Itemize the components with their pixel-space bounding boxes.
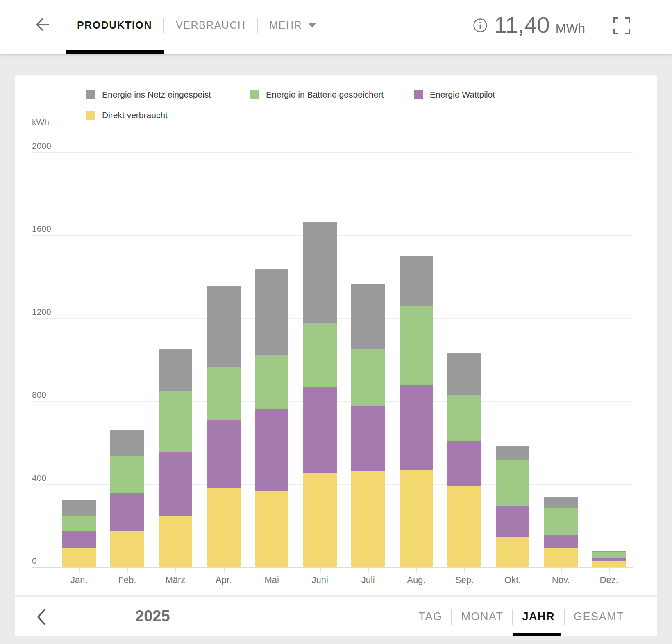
y-tick-label: 1200 [32, 307, 51, 317]
bar-segment[interactable] [207, 367, 241, 420]
bar-segment[interactable] [110, 493, 144, 531]
bar-segment[interactable] [400, 306, 433, 384]
range-tab-tag[interactable]: TAG [409, 610, 451, 623]
main-tabs: PRODUKTION VERBRAUCH MEHR [66, 0, 328, 50]
range-tab-monat[interactable]: MONAT [452, 610, 512, 623]
bar-segment[interactable] [303, 387, 337, 473]
x-tick-label: Juni [296, 575, 344, 585]
bar-slot-nov: Nov. [537, 152, 585, 567]
bar-slot-jan: Jan. [55, 152, 103, 567]
bar-segment[interactable] [447, 486, 481, 567]
bar-segment[interactable] [447, 395, 481, 442]
bar-segment[interactable] [303, 222, 337, 324]
legend-item-batterie[interactable]: Energie in Batterie gespeichert [250, 90, 414, 100]
y-tick-label: 1600 [32, 224, 51, 234]
tab-produktion[interactable]: PRODUKTION [66, 19, 163, 31]
x-tick-label: Nov. [537, 575, 585, 585]
bar-segment[interactable] [62, 516, 96, 531]
bar-segment[interactable] [255, 355, 288, 409]
bar-segment[interactable] [400, 470, 433, 567]
bar-segment[interactable] [110, 430, 144, 456]
tab-verbrauch[interactable]: VERBRAUCH [164, 19, 257, 31]
bar-segment[interactable] [110, 531, 144, 567]
x-tick-mark [561, 567, 562, 573]
bar-segment[interactable] [351, 349, 385, 406]
bar-segment[interactable] [544, 548, 578, 567]
bar-segment[interactable] [207, 420, 241, 488]
bar-segment[interactable] [255, 409, 288, 491]
bar-segment[interactable] [351, 471, 385, 567]
total-unit: MWh [556, 21, 585, 36]
bar-slot-feb: Feb. [103, 152, 152, 567]
bar-slot-mai: Mai [247, 152, 296, 567]
bars-container: Jan.Feb.MärzApr.MaiJuniJuliAug.Sep.Okt.N… [55, 152, 633, 567]
stacked-bar [159, 349, 192, 567]
legend-item-netz[interactable]: Energie ins Netz eingespeist [86, 90, 250, 100]
info-button[interactable] [473, 18, 488, 33]
legend-label: Energie in Batterie gespeichert [266, 90, 384, 100]
bar-segment[interactable] [62, 500, 96, 516]
stacked-bar [62, 500, 96, 567]
legend-item-direkt[interactable]: Direkt verbraucht [86, 110, 578, 120]
bar-segment[interactable] [496, 537, 529, 567]
bar-segment[interactable] [351, 284, 385, 349]
chevron-down-icon [308, 23, 317, 28]
back-arrow-icon [37, 19, 48, 30]
bar-segment[interactable] [159, 452, 192, 516]
x-tick-label: Feb. [103, 575, 152, 585]
tab-mehr[interactable]: MEHR [258, 19, 329, 31]
bar-segment[interactable] [592, 552, 626, 558]
bar-segment[interactable] [496, 460, 529, 506]
bar-segment[interactable] [110, 456, 144, 493]
fullscreen-button[interactable] [612, 16, 631, 35]
bar-segment[interactable] [544, 497, 578, 508]
x-tick-mark [272, 567, 272, 573]
bar-segment[interactable] [496, 506, 529, 537]
x-tick-mark [224, 567, 225, 573]
stacked-bar [592, 551, 626, 567]
bar-segment[interactable] [159, 349, 192, 391]
x-tick-mark [513, 567, 513, 573]
bar-segment[interactable] [159, 391, 192, 452]
bar-segment[interactable] [207, 488, 241, 567]
bar-segment[interactable] [62, 548, 96, 567]
bar-segment[interactable] [159, 516, 192, 567]
bar-segment[interactable] [207, 286, 241, 366]
bar-segment[interactable] [255, 491, 288, 567]
bar-segment[interactable] [255, 269, 288, 355]
previous-period-button[interactable] [33, 607, 50, 627]
bar-segment[interactable] [544, 535, 578, 548]
bar-segment[interactable] [303, 473, 337, 567]
bar-slot-aug: Aug. [392, 152, 440, 567]
legend-item-wattpilot[interactable]: Energie Wattpilot [414, 90, 578, 100]
bar-segment[interactable] [592, 561, 626, 567]
x-tick-label: Dez. [585, 575, 633, 585]
bar-segment[interactable] [400, 256, 433, 306]
chart-card: Energie ins Netz eingespeist Energie in … [15, 75, 657, 595]
bar-segment[interactable] [62, 531, 96, 547]
bar-segment[interactable] [400, 385, 433, 470]
x-tick-label: März [151, 575, 200, 585]
range-tabs: TAG MONAT JAHR GESAMT [409, 597, 633, 636]
bar-slot-märz: März [151, 152, 200, 567]
stacked-bar [110, 430, 144, 567]
bar-segment[interactable] [447, 441, 481, 486]
bar-segment[interactable] [496, 446, 529, 460]
bar-slot-dez: Dez. [585, 152, 633, 567]
bar-segment[interactable] [447, 353, 481, 395]
bar-segment[interactable] [544, 508, 578, 535]
x-tick-label: Sep. [440, 575, 489, 585]
x-tick-mark [320, 567, 321, 573]
legend-label: Energie Wattpilot [430, 90, 495, 100]
legend-label: Direkt verbraucht [102, 110, 168, 120]
range-tab-jahr[interactable]: JAHR [513, 610, 564, 623]
back-button[interactable] [32, 16, 50, 34]
x-tick-mark [368, 567, 369, 573]
total-number: 11,40 [494, 11, 550, 38]
range-tab-gesamt[interactable]: GESAMT [565, 610, 633, 623]
bar-slot-sep: Sep. [440, 152, 489, 567]
y-tick-label: 2000 [32, 141, 51, 151]
bar-segment[interactable] [303, 323, 337, 387]
bar-segment[interactable] [351, 406, 385, 471]
x-tick-mark [127, 567, 128, 573]
